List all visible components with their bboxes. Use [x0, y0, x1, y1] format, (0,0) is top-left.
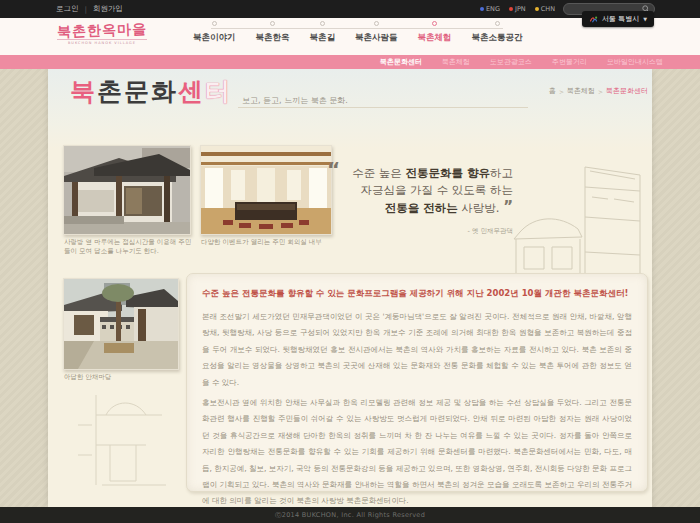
- signup-link[interactable]: 회원가입: [93, 4, 123, 14]
- nav-item-bukchon-hanok[interactable]: 북촌한옥: [246, 21, 300, 44]
- nav-dot-icon: [374, 21, 379, 26]
- nav-label: 북촌소통공간: [472, 32, 523, 44]
- architecture-sketch-decoration: [66, 385, 176, 495]
- nav-dot-icon: [212, 21, 217, 26]
- lang-chn-label: CHN: [541, 5, 555, 13]
- photo-meeting-room-image: [201, 146, 331, 234]
- nav-label: 북촌길: [310, 32, 336, 44]
- page-subtitle: 보고, 듣고, 느끼는 북촌 문화.: [242, 95, 348, 106]
- photo1-caption: 사랑방 옆 마루에는 점심시간을 이용해 주민들이 모여 담소를 나누기도 한다…: [64, 238, 192, 256]
- close-quote-mark: ”: [503, 198, 513, 216]
- subnav-item-walking-course[interactable]: 도보관광코스: [490, 57, 532, 67]
- subnav-item-attractions[interactable]: 주변볼거리: [552, 57, 587, 67]
- page-title: 북촌문화센터: [70, 79, 232, 105]
- lang-eng-label: ENG: [486, 5, 500, 13]
- page-title-part: 촌문화: [97, 77, 178, 106]
- seoul-badge-label: 서울 특별시: [602, 14, 639, 24]
- breadcrumb-home[interactable]: 홈: [549, 86, 556, 96]
- photo3-caption: 아담한 안채마당: [64, 373, 180, 382]
- lang-chn-dot-icon: [535, 7, 539, 11]
- lang-jpn-dot-icon: [509, 7, 513, 11]
- nav-dot-icon: [432, 21, 437, 26]
- page-title-part: 센: [178, 77, 205, 106]
- copyright-text: ⓒ2014 BUKCHON, Inc. All Rights Reserved: [275, 511, 425, 520]
- page-root: 로그인 | 회원가입 ENG JPN CHN: [0, 0, 700, 523]
- breadcrumb-current: 북촌문화센터: [606, 86, 648, 96]
- open-quote-mark: “: [327, 161, 340, 178]
- main-content: 북촌문화센터 보고, 듣고, 느끼는 북촌 문화. 홈 > 북촌체험 > 북촌문…: [0, 69, 700, 507]
- quote-line-2: 자긍심을 가질 수 있도록 하는: [345, 182, 513, 199]
- seoul-city-badge[interactable]: 서울 특별시 ▼: [582, 11, 654, 27]
- page-title-part: 북: [70, 77, 97, 106]
- nav-label: 북촌사람들: [355, 32, 398, 44]
- nav-dot-icon: [495, 21, 500, 26]
- breadcrumb-separator: >: [559, 88, 564, 95]
- photo-hanok-exterior: [63, 145, 191, 235]
- quote-attribution: - 옛 민재무관댁: [345, 223, 513, 240]
- primary-nav: 북촌이야기 북촌한옥 북촌길 북촌사람들 북촌체험 북촌소통공간: [183, 21, 533, 44]
- nav-item-bukchon-story[interactable]: 북촌이야기: [183, 21, 246, 44]
- secondary-nav: 북촌문화센터 북촌체험 도보관광코스 주변볼거리 모바일안내시스템: [0, 55, 700, 69]
- lang-jpn-label: JPN: [515, 5, 526, 13]
- site-logo[interactable]: 북촌한옥마을 BUKCHON HANOK VILLAGE: [57, 23, 147, 45]
- nav-item-bukchon-road[interactable]: 북촌길: [300, 21, 346, 44]
- quote-line-1: 수준 높은 전통문화를 향유하고: [345, 165, 513, 182]
- breadcrumb-section[interactable]: 북촌체험: [567, 86, 595, 96]
- photo-courtyard-image: [64, 279, 178, 369]
- quote-block: “ 수준 높은 전통문화를 향유하고 자긍심을 가질 수 있도록 하는 전통을 …: [345, 165, 513, 240]
- login-link[interactable]: 로그인: [56, 4, 79, 14]
- lang-eng[interactable]: ENG: [480, 5, 500, 13]
- nav-label: 북촌한옥: [256, 32, 290, 44]
- chevron-down-icon: ▼: [643, 16, 647, 22]
- nav-item-bukchon-communication[interactable]: 북촌소통공간: [462, 21, 533, 44]
- breadcrumb: 홈 > 북촌체험 > 북촌문화센터: [549, 86, 648, 96]
- seoul-logo-icon: [589, 15, 598, 24]
- secondary-nav-items: 북촌문화센터 북촌체험 도보관광코스 주변볼거리 모바일안내시스템: [380, 57, 663, 67]
- nav-dot-icon: [320, 21, 325, 26]
- article-paragraph-1: 본래 조선말기 세도가였던 민재무관댁이었던 이 곳은 '계동마님댁'으로도 잘…: [202, 309, 632, 391]
- page-title-part: 터: [205, 77, 232, 106]
- nav-item-bukchon-experience[interactable]: 북촌체험: [408, 21, 462, 44]
- logo-korean-title: 북촌한옥마을: [57, 21, 147, 38]
- nav-label: 북촌체험: [418, 32, 452, 44]
- article-paragraph-2: 홍보전시관 옆에 위치한 안채는 사무실과 한옥 리모델링 관련해 정보 제공 …: [202, 395, 632, 507]
- photo-meeting-room: [200, 145, 332, 235]
- nav-item-bukchon-people[interactable]: 북촌사람들: [345, 21, 408, 44]
- lang-jpn[interactable]: JPN: [509, 5, 526, 13]
- breadcrumb-separator: >: [598, 88, 603, 95]
- article-box: 수준 높은 전통문화를 향유할 수 있는 문화프로그램을 제공하기 위해 지난 …: [186, 273, 648, 492]
- subnav-item-experience[interactable]: 북촌체험: [442, 57, 470, 67]
- auth-links: 로그인 | 회원가입: [56, 4, 123, 14]
- language-switcher: ENG JPN CHN: [480, 5, 555, 13]
- photo-hanok-exterior-image: [64, 146, 190, 234]
- subtitle-rule: [238, 107, 528, 108]
- subnav-item-culture-center[interactable]: 북촌문화센터: [380, 57, 422, 67]
- auth-separator: |: [85, 5, 88, 14]
- nav-dot-icon: [270, 21, 275, 26]
- site-footer: ⓒ2014 BUKCHON, Inc. All Rights Reserved: [0, 507, 700, 523]
- quote-line-3: 전통을 전하는 사랑방. ”: [345, 199, 513, 217]
- nav-label: 북촌이야기: [193, 32, 236, 44]
- lang-eng-dot-icon: [480, 7, 484, 11]
- subnav-item-mobile-guide[interactable]: 모바일안내시스템: [607, 57, 663, 67]
- photo-courtyard: [63, 278, 179, 370]
- photo2-caption: 다양한 이벤트가 열리는 주민 회의실 내부: [201, 238, 333, 247]
- article-heading: 수준 높은 전통문화를 향유할 수 있는 문화프로그램을 제공하기 위해 지난 …: [202, 287, 632, 299]
- lang-chn[interactable]: CHN: [535, 5, 555, 13]
- logo-english-subtitle: BUKCHON HANOK VILLAGE: [57, 39, 147, 45]
